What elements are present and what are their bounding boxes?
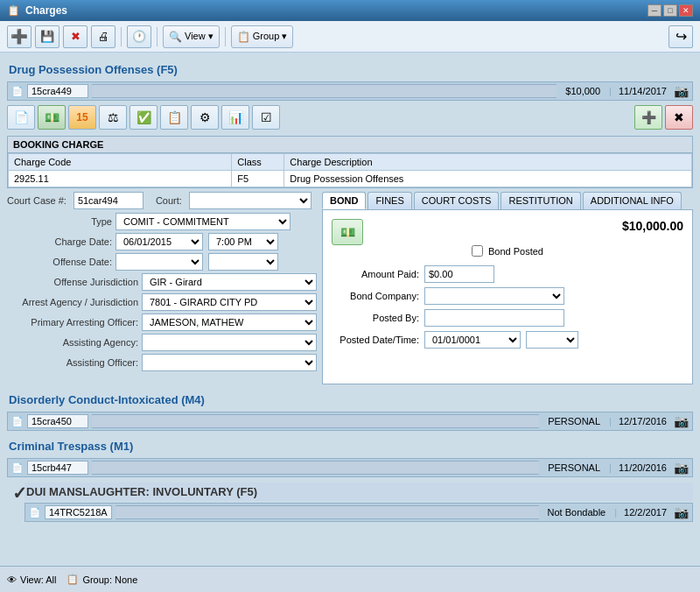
view-status-label: View: All [20, 574, 56, 585]
signout-button[interactable]: ↪ [668, 25, 693, 48]
print-icon: 🖨 [98, 30, 109, 43]
type-row: Type COMIT - COMMITMENT [7, 213, 317, 230]
history-button[interactable]: 🕐 [127, 25, 151, 48]
court-select[interactable] [189, 192, 312, 209]
posted-time-select[interactable] [526, 331, 578, 349]
assisting-officer-select[interactable] [142, 354, 317, 371]
group-status[interactable]: 📋 Group: None [66, 574, 137, 585]
col-charge-code: Charge Code [9, 154, 232, 171]
type-select[interactable]: COMIT - COMMITMENT [116, 213, 290, 230]
case-icon-3: 📄 [11, 462, 24, 474]
charge-date-select[interactable]: 06/01/2015 [116, 233, 203, 250]
type-label: Type [7, 216, 112, 227]
case-icon-2: 📄 [11, 416, 24, 427]
posted-datetime-label: Posted Date/Time: [332, 335, 419, 345]
case-camera-icon-2[interactable]: 📷 [674, 414, 689, 428]
offense-date-row: Offense Date: [7, 253, 317, 271]
group-status-icon: 📋 [66, 574, 79, 585]
maximize-button[interactable]: □ [663, 4, 677, 17]
offense-jurisdiction-select[interactable]: GIR - Girard [142, 273, 317, 291]
delete-button[interactable]: ✖ [63, 25, 88, 48]
tab-court-costs[interactable]: COURT COSTS [414, 192, 500, 209]
case-icon-1: 📄 [11, 86, 24, 97]
primary-officer-label: Primary Arresting Officer: [7, 317, 138, 328]
case-camera-icon-3[interactable]: 📷 [674, 461, 689, 475]
col-class: Class [232, 154, 284, 171]
charge-header-3[interactable]: Criminal Trespass (M1) [7, 436, 693, 456]
case-id-2[interactable]: 15cra450 [27, 414, 88, 428]
court-case-input[interactable] [74, 192, 144, 209]
action-gavel-btn[interactable]: ⚖ [99, 105, 127, 130]
action-check-btn[interactable]: ✅ [130, 105, 158, 130]
charge-header-2[interactable]: Disorderly Conduct-Intoxicated (M4) [7, 390, 693, 410]
save-icon: 💾 [40, 30, 54, 43]
arrest-agency-select[interactable]: 7801 - GIRARD CITY PD [142, 293, 317, 311]
case-id-4[interactable]: 14TRC5218A [45, 505, 112, 519]
tab-additional-info[interactable]: ADDITIONAL INFO [583, 192, 682, 209]
save-button[interactable]: 💾 [35, 25, 60, 48]
tab-fines[interactable]: FINES [368, 192, 411, 209]
action-calendar-btn[interactable]: 15 [68, 105, 96, 130]
case-id-3[interactable]: 15crb447 [27, 461, 88, 475]
case-id-1[interactable]: 15cra449 [27, 84, 88, 98]
group-icon: 📋 [237, 31, 250, 43]
booking-class: F5 [232, 171, 284, 187]
view-status[interactable]: 👁 View: All [7, 574, 56, 585]
primary-officer-row: Primary Arresting Officer: JAMESON, MATH… [7, 314, 317, 331]
assisting-agency-select[interactable] [142, 334, 317, 351]
history-icon: 🕐 [132, 30, 146, 43]
case-type-3: PERSONAL [542, 462, 606, 473]
primary-officer-select[interactable]: JAMESON, MATHEW [142, 314, 317, 331]
charge-section-4: ✓ DUI MANSLAUGHTER: INVOLUNTARY (F5) 📄 1… [7, 483, 693, 522]
case-camera-icon-4[interactable]: 📷 [674, 505, 689, 519]
view-icon: 🔍 [169, 31, 182, 43]
offense-date-select[interactable] [116, 253, 203, 271]
window-icon: 📋 [7, 4, 20, 17]
charge-header-4[interactable]: DUI MANSLAUGHTER: INVOLUNTARY (F5) [24, 483, 693, 501]
action-new-btn[interactable]: 📄 [7, 105, 35, 130]
offense-time-select[interactable] [208, 253, 278, 271]
amount-paid-input[interactable] [424, 265, 494, 283]
posted-by-row: Posted By: [332, 309, 683, 327]
case-camera-icon-1[interactable]: 📷 [674, 84, 689, 98]
posted-by-label: Posted By: [332, 313, 419, 323]
bond-green-button[interactable]: 💵 [332, 219, 363, 245]
posted-by-input[interactable] [424, 309, 564, 327]
delete-icon: ✖ [71, 30, 80, 43]
case-amount-1: $10,000 [560, 86, 606, 96]
bond-amount: $10,000.00 [368, 219, 683, 233]
print-button[interactable]: 🖨 [91, 25, 116, 48]
bond-posted-checkbox[interactable] [472, 245, 483, 257]
case-date-4: 12/2/2017 [620, 507, 670, 518]
charge-time-select[interactable]: 7:00 PM [208, 233, 278, 250]
bond-check-icon: 💵 [340, 225, 355, 239]
action-cog-btn[interactable]: ⚙ [191, 105, 219, 130]
add-button[interactable]: ➕ [7, 25, 32, 48]
posted-date-select[interactable]: 01/01/0001 [424, 331, 521, 349]
action-cash-btn[interactable]: 💵 [38, 105, 66, 130]
action-check2-btn[interactable]: ☑ [252, 105, 280, 130]
amount-paid-label: Amount Paid: [332, 269, 419, 279]
charge-date-label: Charge Date: [7, 236, 112, 247]
action-chart-btn[interactable]: 📊 [221, 105, 249, 130]
action-doc-btn[interactable]: 📋 [160, 105, 188, 130]
eye-icon: 👁 [7, 574, 17, 585]
charge-date-row: Charge Date: 06/01/2015 7:00 PM [7, 233, 317, 250]
action-minus-btn[interactable]: ✖ [665, 105, 693, 130]
minimize-button[interactable]: ─ [648, 4, 662, 17]
group-button[interactable]: 📋 Group ▾ [231, 25, 294, 48]
charge-header-1[interactable]: Drug Possession Offenses (F5) [7, 60, 693, 80]
action-plus-btn[interactable]: ➕ [634, 105, 662, 130]
tab-bond[interactable]: BOND [322, 192, 366, 209]
view-button[interactable]: 🔍 View ▾ [163, 25, 220, 48]
arrest-agency-row: Arrest Agency / Jurisdiction 7801 - GIRA… [7, 293, 317, 311]
court-case-row: Court Case #: Court: [7, 192, 317, 209]
form-right: BOND FINES COURT COSTS RESTITUTION ADDIT… [322, 192, 693, 384]
bond-posted-row: Bond Posted [332, 245, 683, 257]
title-bar: 📋 Charges ─ □ ✕ [0, 0, 700, 21]
court-label: Court: [156, 195, 182, 206]
tab-restitution[interactable]: RESTITUTION [500, 192, 580, 209]
close-button[interactable]: ✕ [679, 4, 693, 17]
bond-company-select[interactable] [424, 287, 564, 305]
window-title: Charges [25, 4, 67, 17]
